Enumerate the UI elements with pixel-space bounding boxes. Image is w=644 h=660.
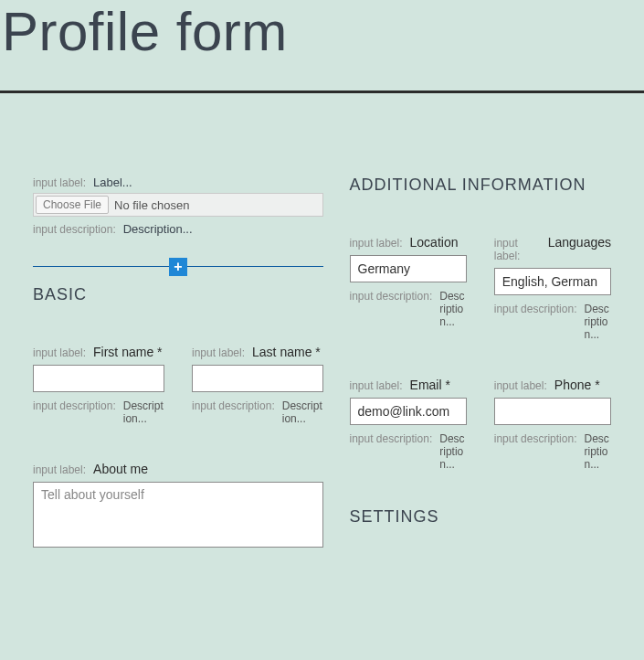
phone-label[interactable]: Phone * xyxy=(554,378,600,392)
last-name-input[interactable] xyxy=(192,365,323,392)
upload-field: input label: Label... Choose File No fil… xyxy=(33,176,323,236)
meta-description: input description: xyxy=(350,432,433,445)
section-basic: BASIC xyxy=(33,285,295,304)
right-column: ADDITIONAL INFORMATION input label: Loca… xyxy=(350,176,612,552)
last-name-label[interactable]: Last name * xyxy=(252,345,321,359)
page-title: Profile form xyxy=(0,0,644,90)
section-additional: ADDITIONAL INFORMATION xyxy=(350,176,612,195)
location-label[interactable]: Location xyxy=(410,235,459,250)
first-name-label[interactable]: First name * xyxy=(93,345,162,359)
location-input[interactable] xyxy=(350,255,467,282)
upload-label-placeholder[interactable]: Label... xyxy=(93,176,132,189)
meta-label: input label: xyxy=(33,176,86,189)
email-field: input label: Email * input description: … xyxy=(350,378,467,471)
file-status: No file chosen xyxy=(114,198,189,212)
meta-description: input description: xyxy=(33,223,116,236)
phone-desc[interactable]: Description... xyxy=(584,432,611,471)
divider xyxy=(0,90,644,93)
first-name-desc[interactable]: Description... xyxy=(123,399,164,425)
meta-description: input description: xyxy=(350,290,433,303)
about-label[interactable]: About me xyxy=(93,462,148,476)
email-input[interactable] xyxy=(350,398,467,425)
languages-desc[interactable]: Description... xyxy=(584,303,611,341)
languages-field: input label: Languages input description… xyxy=(494,235,611,341)
choose-file-button[interactable]: Choose File xyxy=(36,196,109,214)
email-desc[interactable]: Description... xyxy=(439,432,467,471)
meta-label: input label: xyxy=(33,463,86,476)
upload-description-placeholder[interactable]: Description... xyxy=(123,222,193,236)
about-field: input label: About me xyxy=(33,462,323,551)
meta-label: input label: xyxy=(350,237,403,250)
phone-input[interactable] xyxy=(494,398,611,425)
add-button[interactable]: + xyxy=(169,258,187,276)
first-name-field: input label: First name * input descript… xyxy=(33,345,164,425)
plus-icon: + xyxy=(174,259,182,275)
left-column: input label: Label... Choose File No fil… xyxy=(33,176,295,552)
languages-label[interactable]: Languages xyxy=(548,235,611,250)
meta-label: input label: xyxy=(33,346,86,359)
add-divider: + xyxy=(33,258,323,276)
email-label[interactable]: Email * xyxy=(410,378,450,392)
meta-label: input label: xyxy=(350,379,403,392)
section-settings: SETTINGS xyxy=(350,507,612,527)
last-name-desc[interactable]: Description... xyxy=(282,399,323,425)
file-input[interactable]: Choose File No file chosen xyxy=(33,193,323,217)
languages-input[interactable] xyxy=(494,268,611,295)
last-name-field: input label: Last name * input descripti… xyxy=(192,345,323,425)
meta-description: input description: xyxy=(494,303,577,315)
about-input[interactable] xyxy=(33,482,323,548)
meta-description: input description: xyxy=(494,432,577,445)
location-field: input label: Location input description:… xyxy=(350,235,467,341)
form-area: input label: Label... Choose File No fil… xyxy=(0,176,644,552)
meta-description: input description: xyxy=(192,399,275,412)
meta-label: input label: xyxy=(494,237,541,262)
phone-field: input label: Phone * input description: … xyxy=(494,378,611,471)
meta-label: input label: xyxy=(192,346,245,359)
location-desc[interactable]: Description... xyxy=(439,290,467,328)
meta-description: input description: xyxy=(33,399,116,412)
meta-label: input label: xyxy=(494,379,547,392)
first-name-input[interactable] xyxy=(33,365,164,392)
